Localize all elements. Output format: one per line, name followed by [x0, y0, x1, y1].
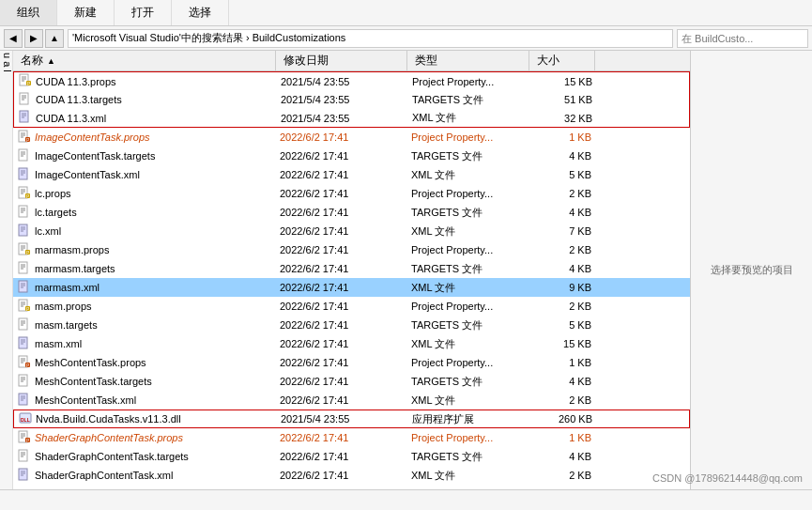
col-name[interactable]: 名称 ▲: [13, 51, 276, 70]
file-name-cell: masm.targets: [13, 316, 276, 334]
table-row[interactable]: Pmasm.props2022/6/2 17:41Project Propert…: [13, 297, 690, 316]
table-row[interactable]: lc.targets2022/6/2 17:41TARGETS 文件4 KB: [13, 203, 690, 222]
table-row[interactable]: lc.xml2022/6/2 17:41XML 文件7 KB: [13, 222, 690, 240]
file-name-cell: Plc.props: [13, 184, 276, 203]
table-row[interactable]: ShaderGraphContentTask.targets2022/6/2 1…: [13, 447, 690, 466]
toolbar-select-btn[interactable]: 选择: [172, 0, 229, 25]
file-type-cell: XML 文件: [407, 278, 529, 297]
table-row[interactable]: MeshContentTask.targets2022/6/2 17:41TAR…: [13, 372, 690, 391]
sidebar-item-label: u a l: [0, 51, 12, 74]
table-row[interactable]: masm.targets2022/6/2 17:41TARGETS 文件5 KB: [13, 316, 690, 334]
file-name-text: CUDA 11.3.targets: [36, 94, 122, 105]
file-date-cell: 2021/5/4 23:55: [277, 72, 408, 90]
file-size-cell: 2 KB: [529, 391, 595, 410]
table-row[interactable]: PShaderGraphContentTask.props2022/6/2 17…: [13, 428, 690, 447]
col-date[interactable]: 修改日期: [276, 51, 407, 70]
file-size-cell: 4 KB: [529, 372, 595, 391]
table-row[interactable]: marmasm.xml2022/6/2 17:41XML 文件9 KB: [13, 278, 690, 297]
table-row[interactable]: DLLNvda.Build.CudaTasks.v11.3.dll2021/5/…: [13, 410, 690, 428]
file-size-cell: 15 KB: [529, 334, 595, 353]
file-icon: [17, 280, 32, 296]
table-row[interactable]: masm.xml2022/6/2 17:41XML 文件15 KB: [13, 334, 690, 353]
file-name-cell: marmasm.xml: [13, 278, 276, 297]
svg-text:DLL: DLL: [21, 417, 30, 423]
col-type[interactable]: 类型: [407, 51, 529, 70]
toolbar-new-btn[interactable]: 新建: [57, 0, 115, 25]
toolbar-organize-btn[interactable]: 组织: [0, 0, 57, 25]
file-date-cell: 2022/6/2 17:41: [276, 147, 407, 165]
file-date-cell: 2022/6/2 17:41: [276, 372, 407, 391]
address-path[interactable]: 'Microsoft Visual Studio'中的搜索结果 › BuildC…: [68, 29, 673, 48]
nav-up-btn[interactable]: ▲: [45, 29, 64, 48]
file-name-cell: PShaderGraphContentTask.props: [13, 428, 276, 447]
file-size-cell: 32 KB: [530, 109, 596, 127]
table-row[interactable]: Pmarmasm.props2022/6/2 17:41Project Prop…: [13, 240, 690, 259]
file-name-text: ImageContentTask.xml: [35, 169, 140, 180]
main-content: u a l 名称 ▲ 修改日期 类型 大小: [0, 51, 812, 489]
table-row[interactable]: ImageContentTask.targets2022/6/2 17:41TA…: [13, 147, 690, 165]
file-icon: [17, 148, 32, 164]
file-name-text: ShaderGraphContentTask.targets: [35, 451, 189, 462]
file-name-cell: masm.xml: [13, 334, 276, 353]
svg-rect-10: [20, 111, 28, 122]
file-size-cell: 7 KB: [529, 222, 595, 240]
file-icon: P: [17, 130, 32, 146]
table-row[interactable]: MeshContentTask.xml2022/6/2 17:41XML 文件2…: [13, 391, 690, 410]
file-date-cell: 2022/6/2 17:41: [276, 466, 407, 485]
preview-panel: 选择要预览的项目: [690, 51, 812, 489]
file-name-text: masm.targets: [35, 319, 98, 331]
nav-forward-btn[interactable]: ▶: [24, 29, 43, 48]
file-icon: P: [17, 186, 32, 202]
table-row[interactable]: ImageContentTask.xml2022/6/2 17:41XML 文件…: [13, 165, 690, 184]
file-type-cell: TARGETS 文件: [407, 203, 529, 222]
file-icon: P: [18, 73, 33, 89]
file-name-cell: MeshContentTask.targets: [13, 372, 276, 391]
file-size-cell: 15 KB: [530, 72, 596, 90]
table-row[interactable]: ShaderGraphContentTask.xml2022/6/2 17:41…: [13, 466, 690, 485]
file-name-cell: PMeshContentTask.props: [13, 353, 276, 372]
file-type-cell: XML 文件: [407, 466, 529, 485]
nav-back-btn[interactable]: ◀: [4, 29, 23, 48]
search-input[interactable]: [682, 33, 804, 44]
file-type-cell: Project Property...: [407, 240, 529, 259]
svg-rect-76: [19, 375, 27, 386]
file-type-cell: TARGETS 文件: [407, 147, 529, 165]
file-name-text: lc.targets: [35, 207, 77, 218]
file-icon: P: [17, 355, 32, 371]
file-name-text: MeshContentTask.props: [35, 357, 146, 368]
file-name-text: MeshContentTask.targets: [35, 376, 152, 387]
file-date-cell: 2022/6/2 17:41: [276, 184, 407, 203]
file-icon: [17, 167, 32, 183]
file-type-cell: XML 文件: [407, 391, 529, 410]
file-name-text: CUDA 11.3.xml: [36, 113, 106, 124]
file-type-cell: TARGETS 文件: [407, 447, 529, 466]
svg-rect-38: [19, 224, 27, 236]
file-date-cell: 2022/6/2 17:41: [276, 165, 407, 184]
file-name-cell: ImageContentTask.targets: [13, 147, 276, 165]
svg-rect-6: [20, 93, 28, 104]
file-name-text: lc.props: [35, 188, 71, 199]
table-row[interactable]: CUDA 11.3.xml2021/5/4 23:55XML 文件32 KB: [13, 109, 690, 128]
statusbar: [0, 489, 812, 510]
search-box[interactable]: [677, 29, 808, 48]
file-date-cell: 2022/6/2 17:41: [276, 447, 407, 466]
table-row[interactable]: CUDA 11.3.targets2021/5/4 23:55TARGETS 文…: [13, 90, 690, 109]
file-size-cell: 51 KB: [530, 90, 596, 109]
table-row[interactable]: marmasm.targets2022/6/2 17:41TARGETS 文件4…: [13, 259, 690, 278]
col-size[interactable]: 大小: [529, 51, 595, 70]
file-date-cell: 2022/6/2 17:41: [276, 297, 407, 316]
file-name-cell: DLLNvda.Build.CudaTasks.v11.3.dll: [14, 410, 277, 427]
table-row[interactable]: Plc.props2022/6/2 17:41Project Property.…: [13, 184, 690, 203]
file-area: 名称 ▲ 修改日期 类型 大小 PCUDA 11.3.props2021/5/4…: [13, 51, 690, 489]
column-headers: 名称 ▲ 修改日期 类型 大小: [13, 51, 690, 71]
table-row[interactable]: PImageContentTask.props2022/6/2 17:41Pro…: [13, 128, 690, 147]
file-icon: DLL: [18, 411, 33, 427]
table-row[interactable]: PCUDA 11.3.props2021/5/4 23:55Project Pr…: [13, 71, 690, 90]
toolbar-open-btn[interactable]: 打开: [115, 0, 172, 25]
file-type-cell: Project Property...: [407, 128, 529, 147]
file-date-cell: 2022/6/2 17:41: [276, 316, 407, 334]
table-row[interactable]: PMeshContentTask.props2022/6/2 17:41Proj…: [13, 353, 690, 372]
file-icon: [18, 110, 33, 126]
file-size-cell: 4 KB: [529, 203, 595, 222]
file-type-cell: Project Property...: [408, 72, 530, 90]
